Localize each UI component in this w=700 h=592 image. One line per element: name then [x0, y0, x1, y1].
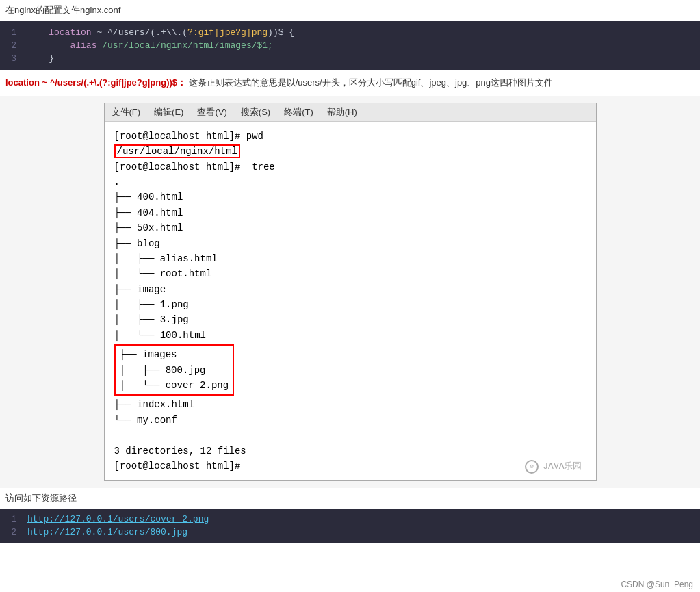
terminal-line-cover2: │ └── cover_2.png — [120, 378, 229, 393]
watermark-icon: ⚙ — [525, 460, 539, 474]
code-content-2: alias /usr/local/nginx/html/images/$1; — [27, 40, 273, 51]
terminal-window: 文件(F) 编辑(E) 查看(V) 搜索(S) 终端(T) 帮助(H) [roo… — [104, 103, 597, 482]
top-heading: 在nginx的配置文件nginx.conf — [0, 0, 700, 21]
menu-help[interactable]: 帮助(H) — [327, 106, 357, 118]
menu-view[interactable]: 查看(V) — [197, 106, 226, 118]
desc-highlight: location ~ ^/users/(.+\.(?:gif|jpe?g|png… — [5, 77, 186, 88]
terminal-body: [root@localhost html]# pwd /usr/local/ng… — [105, 122, 596, 481]
terminal-line-pwd-result: /usr/local/nginx/html — [114, 144, 586, 159]
code-line-3: 3 } — [0, 52, 700, 65]
watermark: ⚙ JAVA乐园 — [525, 460, 582, 474]
terminal-line-blog: ├── blog — [114, 236, 586, 251]
description-text: location ~ ^/users/(.+\.(?:gif|jpe?g|png… — [0, 70, 700, 96]
terminal-line-summary: 3 directories, 12 files — [114, 443, 586, 459]
code-content-1: location ~ ^/users/(.+\\.(?:gif|jpe?g|pn… — [27, 27, 294, 38]
menu-search[interactable]: 搜索(S) — [241, 106, 270, 118]
code-line-2: 2 alias /usr/local/nginx/html/images/$1; — [0, 39, 700, 52]
menu-file[interactable]: 文件(F) — [112, 106, 141, 118]
terminal-line-empty — [114, 428, 586, 443]
desc-normal: 这条正则表达式的意思是以/users/开头，区分大小写匹配gif、jpeg、jp… — [189, 77, 553, 88]
terminal-line-index: ├── index.html — [114, 397, 586, 412]
code-line-1: 1 location ~ ^/users/(.+\\.(?:gif|jpe?g|… — [0, 26, 700, 39]
terminal-line-400: ├── 400.html — [114, 190, 586, 205]
watermark-text: JAVA乐园 — [543, 460, 582, 474]
terminal-images-box: ├── images │ ├── 800.jpg │ └── cover_2.p… — [114, 344, 235, 396]
terminal-line-pwd-cmd: [root@localhost html]# pwd — [114, 129, 586, 144]
code-content-3: } — [27, 53, 54, 64]
bottom-line-num-2: 2 — [0, 527, 27, 537]
url-link-1[interactable]: http://127.0.0.1/users/cover_2.png — [27, 514, 209, 524]
bottom-line-num-1: 1 — [0, 514, 27, 524]
terminal-line-dot: . — [114, 175, 586, 190]
terminal-line-alias: │ ├── alias.html — [114, 251, 586, 266]
terminal-line-myconf: └── my.conf — [114, 413, 586, 428]
bottom-code-line-1: 1 http://127.0.0.1/users/cover_2.png — [0, 513, 700, 526]
nginx-config-code-block: 1 location ~ ^/users/(.+\\.(?:gif|jpe?g|… — [0, 21, 700, 70]
terminal-line-100html: │ └── 100.html — [114, 328, 586, 343]
terminal-line-root: │ └── root.html — [114, 266, 586, 281]
bottom-code-block: 1 http://127.0.0.1/users/cover_2.png 2 h… — [0, 509, 700, 543]
line-num-3: 3 — [0, 53, 27, 64]
line-num-1: 1 — [0, 27, 27, 38]
terminal-line-1png: │ ├── 1.png — [114, 297, 586, 312]
pwd-result-highlight: /usr/local/nginx/html — [114, 144, 240, 158]
menu-terminal[interactable]: 终端(T) — [284, 106, 313, 118]
bottom-code-line-2: 2 http://127.0.0.1/users/800.jpg — [0, 526, 700, 539]
terminal-line-tree-cmd: [root@localhost html]# tree — [114, 159, 586, 175]
bottom-heading: 访问如下资源路径 — [0, 488, 700, 509]
terminal-menubar: 文件(F) 编辑(E) 查看(V) 搜索(S) 终端(T) 帮助(H) — [105, 103, 596, 122]
url-link-2[interactable]: http://127.0.0.1/users/800.jpg — [27, 527, 187, 537]
terminal-line-404: ├── 404.html — [114, 205, 586, 220]
terminal-line-image: ├── image — [114, 282, 586, 297]
menu-edit[interactable]: 编辑(E) — [154, 106, 183, 118]
terminal-line-50x: ├── 50x.html — [114, 220, 586, 235]
csdn-credit: CSDN @Sun_Peng — [621, 580, 693, 589]
terminal-line-images: ├── images — [120, 347, 229, 362]
terminal-wrapper: 文件(F) 编辑(E) 查看(V) 搜索(S) 终端(T) 帮助(H) [roo… — [0, 96, 700, 489]
line-num-2: 2 — [0, 40, 27, 51]
terminal-line-800jpg: │ ├── 800.jpg — [120, 363, 229, 378]
terminal-line-3jpg: │ ├── 3.jpg — [114, 312, 586, 327]
terminal-line-prompt-end: [root@localhost html]# — [114, 459, 586, 474]
